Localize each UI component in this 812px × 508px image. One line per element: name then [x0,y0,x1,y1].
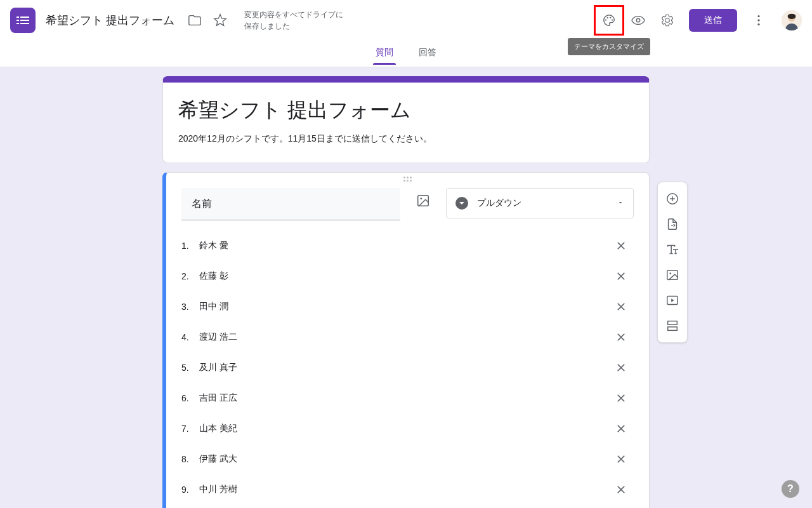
option-text[interactable]: 田中 潤 [199,301,608,312]
option-row[interactable]: 2.佐藤 彰 [181,261,634,291]
svg-point-13 [757,23,759,25]
svg-rect-21 [667,271,678,280]
palette-icon [602,13,616,27]
app-header: 希望シフト 提出フォーム 変更内容をすべてドライブに 保存しました テーマをカス… [0,0,812,67]
option-delete-button[interactable] [608,477,634,502]
gear-icon [660,13,674,27]
help-button[interactable]: ? [782,480,799,498]
header-top: 希望シフト 提出フォーム 変更内容をすべてドライブに 保存しました テーマをカス… [0,0,812,41]
option-number: 7. [181,424,194,434]
option-row[interactable]: 4.渡辺 浩二 [181,322,634,352]
star-button[interactable] [207,8,233,33]
dropdown-type-icon [455,197,468,210]
option-text[interactable]: 渡辺 浩二 [199,331,608,343]
image-icon [665,268,679,282]
option-number: 2. [181,271,194,281]
svg-point-17 [420,197,422,199]
option-row[interactable]: 9.中川 芳樹 [181,474,634,505]
workspace: 希望シフト 提出フォーム 2020年12月のシフトです。11月15日までに送信し… [0,67,812,508]
chevron-down-icon [617,197,624,209]
option-number: 6. [181,393,194,403]
option-delete-button[interactable] [608,416,634,441]
svg-rect-25 [668,327,678,331]
option-row[interactable]: 3.田中 潤 [181,291,634,322]
add-section-button[interactable] [661,314,684,337]
document-title[interactable]: 希望シフト 提出フォーム [46,13,174,28]
option-row[interactable]: 8.伊藤 武大 [181,444,634,474]
option-row[interactable]: 1.鈴木 愛 [181,231,634,261]
settings-button[interactable] [655,8,680,33]
svg-rect-1 [20,17,29,18]
svg-point-12 [757,19,759,21]
option-row[interactable]: 5.及川 真子 [181,352,634,383]
option-text[interactable]: 吉田 正広 [199,392,608,404]
option-text[interactable]: 及川 真子 [199,362,608,373]
section-icon [665,319,679,333]
preview-button[interactable] [625,8,651,33]
option-delete-button[interactable] [608,233,634,258]
option-delete-button[interactable] [608,324,634,350]
svg-point-6 [605,19,606,20]
option-delete-button[interactable] [608,264,634,289]
svg-rect-0 [16,17,19,18]
svg-point-10 [636,18,640,22]
video-icon [665,293,679,307]
svg-point-22 [669,272,671,274]
image-icon [416,194,430,208]
add-image-button[interactable] [410,188,436,213]
svg-rect-3 [20,20,29,21]
close-icon [615,392,627,404]
text-icon [665,243,679,257]
option-number: 9. [181,485,194,495]
option-row[interactable]: 6.吉田 正広 [181,383,634,413]
send-button[interactable]: 送信 [689,9,737,32]
theme-button[interactable] [596,8,622,33]
option-text[interactable]: 鈴木 愛 [199,240,608,251]
option-delete-button[interactable] [608,446,634,472]
option-text[interactable]: 中川 芳樹 [199,484,608,495]
svg-point-7 [607,17,608,18]
add-question-button[interactable] [661,187,684,210]
close-icon [615,300,627,313]
drag-handle-icon[interactable] [403,177,412,182]
star-icon [213,13,227,27]
form-title[interactable]: 希望シフト 提出フォーム [178,97,634,124]
svg-point-9 [612,19,613,20]
tabs: 質問 回答 [0,41,812,67]
close-icon [615,361,627,374]
tab-responses[interactable]: 回答 [416,41,439,64]
option-delete-button[interactable] [608,355,634,380]
user-avatar[interactable] [782,10,802,30]
side-toolbar [657,182,688,343]
close-icon [615,453,627,465]
question-card[interactable]: プルダウン 1.鈴木 愛2.佐藤 彰3.田中 潤4.渡辺 浩二5.及川 真子6.… [162,172,650,508]
option-number: 4. [181,332,194,342]
option-number: 3. [181,302,194,312]
add-video-button[interactable] [661,289,684,312]
option-delete-button[interactable] [608,294,634,319]
import-questions-button[interactable] [661,213,684,236]
question-type-select[interactable]: プルダウン [446,188,634,218]
theme-tooltip: テーマをカスタマイズ [568,38,650,55]
add-title-button[interactable] [661,238,684,261]
header-actions: テーマをカスタマイズ 送信 [596,8,802,33]
option-text[interactable]: 伊藤 武大 [199,453,608,465]
option-number: 5. [181,363,194,373]
option-text[interactable]: 山本 美紀 [199,423,608,434]
add-image-button-side[interactable] [661,264,684,286]
tab-questions[interactable]: 質問 [373,41,396,64]
form-title-card[interactable]: 希望シフト 提出フォーム 2020年12月のシフトです。11月15日までに送信し… [162,76,650,163]
close-icon [615,270,627,283]
close-icon [615,483,627,496]
form-description[interactable]: 2020年12月のシフトです。11月15日までに送信してください。 [178,133,634,145]
svg-rect-24 [668,321,678,325]
eye-icon [631,13,645,27]
folder-button[interactable] [182,8,207,33]
forms-logo[interactable] [10,8,36,33]
option-row[interactable]: 7.山本 美紀 [181,413,634,444]
question-title-input[interactable] [181,188,400,220]
option-text[interactable]: 佐藤 彰 [199,271,608,282]
more-button[interactable] [746,8,771,33]
option-delete-button[interactable] [608,385,634,411]
svg-point-11 [757,15,759,17]
